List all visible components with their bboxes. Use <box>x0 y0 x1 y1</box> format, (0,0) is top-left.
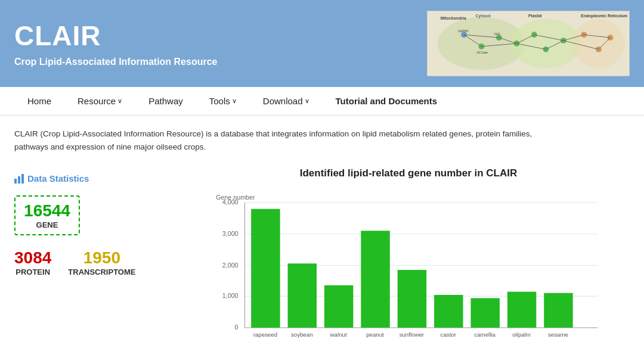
site-subtitle: Crop Lipid-Associated Information Resour… <box>14 57 217 67</box>
nav-tutorial[interactable]: Tutorial and Documents <box>323 87 451 116</box>
svg-text:peanut: peanut <box>366 331 384 338</box>
bar-walnut <box>324 285 353 328</box>
protein-number: 3084 <box>14 248 51 268</box>
svg-text:castor: castor <box>441 331 457 338</box>
gene-label: GENE <box>36 220 58 229</box>
svg-text:walnut: walnut <box>330 331 347 338</box>
chart-container: Gene number 4,000 3,000 2,0 <box>187 186 630 342</box>
left-panel: Data Statistics 16544 GENE 3084 PROTEIN … <box>14 167 169 276</box>
svg-text:rapeseed: rapeseed <box>253 331 277 338</box>
svg-text:2,000: 2,000 <box>222 262 239 269</box>
protein-stat: 3084 PROTEIN <box>14 248 51 276</box>
gene-number: 16544 <box>24 201 70 220</box>
svg-text:3,000: 3,000 <box>222 230 239 237</box>
svg-text:soybean: soybean <box>291 331 313 338</box>
svg-text:camellia: camellia <box>474 331 496 338</box>
bar-soybean <box>288 263 317 328</box>
bar-chart-icon <box>14 174 24 184</box>
nav-pathway[interactable]: Pathway <box>135 87 196 116</box>
svg-text:Mitochondria: Mitochondria <box>441 16 466 20</box>
bar-sunflower <box>398 270 426 328</box>
data-statistics-heading: Data Statistics <box>14 173 169 184</box>
nav-resource[interactable]: Resource <box>64 87 135 116</box>
transcriptome-number: 1950 <box>83 248 120 268</box>
svg-text:oilpalm: oilpalm <box>512 331 531 338</box>
nav-tools[interactable]: Tools <box>196 87 250 116</box>
header-diagram: Mitochondria Plastid Endoplasmic Reticul… <box>427 11 630 76</box>
svg-text:1,000: 1,000 <box>222 293 239 300</box>
right-panel: Identified lipid-related gene number in … <box>169 167 630 342</box>
transcriptome-stat: 1950 TRANSCRIPTOME <box>68 248 135 276</box>
navbar: Home Resource Pathway Tools Download Tut… <box>0 87 644 116</box>
svg-text:Plastid: Plastid <box>528 14 542 18</box>
svg-text:4,000: 4,000 <box>222 198 239 206</box>
svg-text:GAPDH: GAPDH <box>458 30 469 33</box>
content-area: Data Statistics 16544 GENE 3084 PROTEIN … <box>14 167 630 342</box>
header: CLAIR Crop Lipid-Associated Information … <box>0 0 644 87</box>
svg-point-3 <box>572 19 625 68</box>
svg-text:Endoplasmic Reticulum: Endoplasmic Reticulum <box>581 14 627 18</box>
bar-castor <box>434 295 463 328</box>
svg-text:ACCase: ACCase <box>477 51 488 54</box>
chart-title: Identified lipid-related gene number in … <box>187 167 630 179</box>
svg-text:0: 0 <box>235 324 239 331</box>
svg-text:FAS: FAS <box>494 33 500 36</box>
bar-chart-svg: Gene number 4,000 3,000 2,0 <box>187 186 630 342</box>
svg-text:sunflower: sunflower <box>400 331 425 338</box>
transcriptome-label: TRANSCRIPTOME <box>68 268 135 276</box>
protein-label: PROTEIN <box>16 268 50 276</box>
gene-stat-box: 16544 GENE <box>14 195 80 235</box>
svg-text:sesame: sesame <box>548 331 568 338</box>
site-title: CLAIR <box>14 20 217 52</box>
bar-camellia <box>470 299 499 328</box>
site-description: CLAIR (Crop Lipid-Associated Information… <box>14 128 551 153</box>
stats-row: 3084 PROTEIN 1950 TRANSCRIPTOME <box>14 248 169 276</box>
bar-oilpalm <box>507 292 536 328</box>
bar-rapeseed <box>251 209 280 328</box>
bar-peanut <box>361 231 389 328</box>
header-left: CLAIR Crop Lipid-Associated Information … <box>14 20 217 67</box>
svg-text:Cytosol: Cytosol <box>476 14 491 18</box>
nav-home[interactable]: Home <box>14 87 64 116</box>
main-content: CLAIR (Crop Lipid-Associated Information… <box>0 116 644 342</box>
nav-download[interactable]: Download <box>250 87 323 116</box>
svg-point-2 <box>511 19 581 68</box>
bar-sesame <box>544 293 572 328</box>
